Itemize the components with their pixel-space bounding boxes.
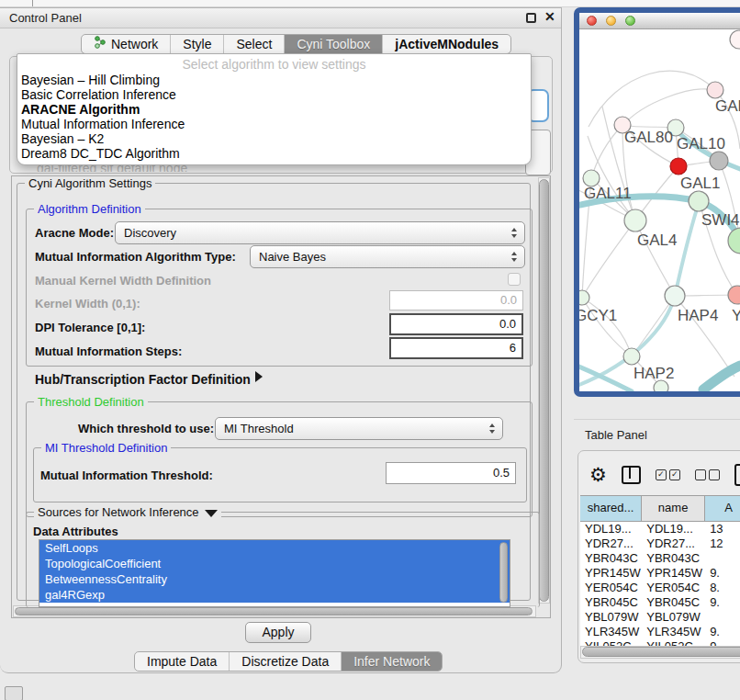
algorithm-option[interactable]: Basic Correlation Inference bbox=[17, 87, 531, 102]
table-cell[interactable]: 13 bbox=[705, 522, 740, 536]
table-row[interactable]: YLR345WYLR345W9. bbox=[580, 625, 740, 639]
table-cell[interactable]: YBR045C bbox=[642, 595, 705, 610]
tab-style[interactable]: Style bbox=[171, 35, 224, 53]
gear-icon[interactable]: ⚙ bbox=[589, 465, 607, 485]
table-cell[interactable]: YBR043C bbox=[642, 551, 705, 566]
network-node-gal-partial[interactable] bbox=[707, 82, 723, 98]
aracne-mode-value: Discovery bbox=[124, 226, 176, 240]
table-cell[interactable]: YDR27... bbox=[580, 536, 642, 551]
which-threshold-combo[interactable]: MI Threshold bbox=[215, 417, 503, 440]
tab-impute-data[interactable]: Impute Data bbox=[135, 652, 230, 671]
network-node-gcy1[interactable] bbox=[579, 290, 589, 305]
algorithm-popup-list: Bayesian – Hill ClimbingBasic Correlatio… bbox=[17, 73, 531, 161]
algorithm-option[interactable]: ARACNE Algorithm bbox=[17, 102, 531, 117]
network-node-gray-node[interactable] bbox=[710, 152, 728, 170]
table-row[interactable]: YDR27...YDR27...12 bbox=[580, 536, 740, 551]
table-cell[interactable]: YBL079W bbox=[580, 610, 642, 625]
network-node-salmon[interactable] bbox=[728, 286, 740, 304]
algorithm-option[interactable]: Mutual Information Inference bbox=[17, 117, 531, 131]
data-attribute-item[interactable]: SelfLoops bbox=[39, 540, 510, 556]
control-panel-tabstrip: NetworkStyleSelectCyni ToolboxjActiveMNo… bbox=[81, 34, 511, 54]
network-node-gal4[interactable] bbox=[624, 209, 646, 231]
table-cell[interactable]: YLR345W bbox=[642, 625, 705, 639]
table-cell[interactable]: YDL19... bbox=[642, 522, 705, 536]
network-node-label: SWI4 bbox=[701, 211, 740, 229]
network-node-gal1[interactable] bbox=[670, 158, 687, 175]
window-minimize-button[interactable] bbox=[606, 16, 616, 26]
network-node-top-partial[interactable] bbox=[730, 30, 740, 49]
table-cell[interactable] bbox=[705, 551, 740, 566]
window-zoom-button[interactable] bbox=[625, 16, 635, 26]
settings-horizontal-scrollbar-thumb[interactable] bbox=[15, 607, 533, 615]
tab-label: Impute Data bbox=[147, 651, 217, 672]
column-header[interactable]: name bbox=[642, 496, 705, 521]
table-cell[interactable]: YBR043C bbox=[580, 551, 642, 566]
mi-steps-field[interactable]: 6 bbox=[389, 337, 523, 359]
data-attribute-item[interactable]: gal4RGexp bbox=[39, 587, 510, 603]
attributes-scrollbar-thumb[interactable] bbox=[499, 542, 508, 603]
network-node-big-green[interactable] bbox=[728, 228, 740, 254]
table-row[interactable]: YBR043CYBR043C bbox=[580, 551, 740, 566]
table-cell[interactable]: 9. bbox=[705, 625, 740, 639]
window-close-button[interactable] bbox=[587, 16, 597, 26]
sources-disclosure-icon[interactable] bbox=[205, 510, 218, 517]
table-cell[interactable]: YER054C bbox=[580, 581, 642, 595]
settings-vertical-scrollbar-thumb[interactable] bbox=[539, 179, 549, 602]
table-cell[interactable]: YBR045C bbox=[580, 595, 642, 610]
data-attributes-list[interactable]: SelfLoopsTopologicalCoefficientBetweenne… bbox=[39, 539, 510, 607]
table-cell[interactable]: YBL079W bbox=[642, 610, 705, 625]
network-node-hap2[interactable] bbox=[623, 348, 640, 365]
table-cell[interactable]: YDL19... bbox=[580, 522, 642, 536]
data-attribute-item[interactable]: TopologicalCoefficient bbox=[39, 556, 510, 571]
tab-label: Infer Network bbox=[353, 651, 430, 672]
tab-select[interactable]: Select bbox=[224, 35, 285, 53]
table-cell[interactable] bbox=[705, 610, 740, 625]
table-rows: YDL19...YDL19...13YDR27...YDR27...12YBR0… bbox=[580, 522, 740, 647]
tab-infer-network[interactable]: Infer Network bbox=[342, 652, 442, 671]
table-cell[interactable]: 9. bbox=[705, 566, 740, 581]
table-horizontal-scrollbar-thumb[interactable] bbox=[582, 647, 740, 657]
algorithm-option[interactable]: Bayesian – K2 bbox=[17, 131, 531, 146]
mi-type-combo[interactable]: Naive Bayes bbox=[250, 245, 525, 268]
table-cell[interactable]: 9. bbox=[705, 595, 740, 610]
table-panel-title: Table Panel bbox=[585, 428, 647, 442]
minimized-panel-icon[interactable] bbox=[5, 686, 23, 700]
table-cell[interactable]: YPR145W bbox=[580, 566, 642, 581]
table-cell[interactable]: YPR145W bbox=[642, 566, 705, 581]
network-node-swi4[interactable] bbox=[689, 191, 709, 211]
tab-cyni-toolbox[interactable]: Cyni Toolbox bbox=[285, 35, 383, 53]
table-cell[interactable]: 12 bbox=[705, 536, 740, 551]
tab-jactivemnodules[interactable]: jActiveMNodules bbox=[383, 35, 510, 53]
aracne-mode-combo[interactable]: Discovery bbox=[115, 221, 525, 244]
table-row[interactable]: YER054CYER054C8. bbox=[580, 581, 740, 595]
checked-columns-icon[interactable]: ✓✓ bbox=[656, 469, 680, 480]
table-cell[interactable]: YLR345W bbox=[580, 625, 642, 639]
kernel-width-field[interactable]: 0.0 bbox=[389, 290, 523, 310]
table-row[interactable]: YBL079WYBL079W bbox=[580, 610, 740, 625]
algorithm-option[interactable]: Dream8 DC_TDC Algorithm bbox=[17, 146, 531, 161]
apply-button[interactable]: Apply bbox=[245, 622, 311, 643]
tab-network[interactable]: Network bbox=[82, 35, 171, 53]
table-row[interactable]: YBR045CYBR045C9. bbox=[580, 595, 740, 610]
network-node-hap4[interactable] bbox=[665, 286, 685, 306]
table-cell[interactable]: YER054C bbox=[642, 581, 705, 595]
table-cell[interactable]: YDR27... bbox=[642, 536, 705, 551]
table-row[interactable]: YDL19...YDL19...13 bbox=[580, 522, 740, 536]
close-icon[interactable]: ✕ bbox=[544, 9, 555, 24]
mi-threshold-field[interactable]: 0.5 bbox=[386, 462, 516, 484]
algorithm-option[interactable]: Bayesian – Hill Climbing bbox=[17, 73, 531, 87]
float-window-icon[interactable] bbox=[526, 13, 536, 23]
column-header[interactable]: A bbox=[705, 496, 740, 521]
document-icon[interactable] bbox=[734, 464, 740, 486]
manual-kernel-checkbox[interactable] bbox=[508, 273, 521, 286]
split-view-icon[interactable] bbox=[622, 466, 641, 484]
tab-discretize-data[interactable]: Discretize Data bbox=[230, 652, 342, 671]
data-attribute-item[interactable]: BetweennessCentrality bbox=[39, 571, 510, 587]
table-row[interactable]: YPR145WYPR145W9. bbox=[580, 566, 740, 581]
column-header[interactable]: shared... bbox=[580, 496, 642, 521]
hub-disclosure-icon[interactable] bbox=[255, 371, 263, 382]
network-canvas[interactable]: GALGAL80GAL10GAL1GAL11SWI4GAL4GCY1HAP4YH… bbox=[579, 29, 740, 391]
dpi-tolerance-field[interactable]: 0.0 bbox=[389, 313, 523, 335]
unchecked-columns-icon[interactable] bbox=[695, 469, 720, 480]
table-cell[interactable]: 8. bbox=[705, 581, 740, 595]
